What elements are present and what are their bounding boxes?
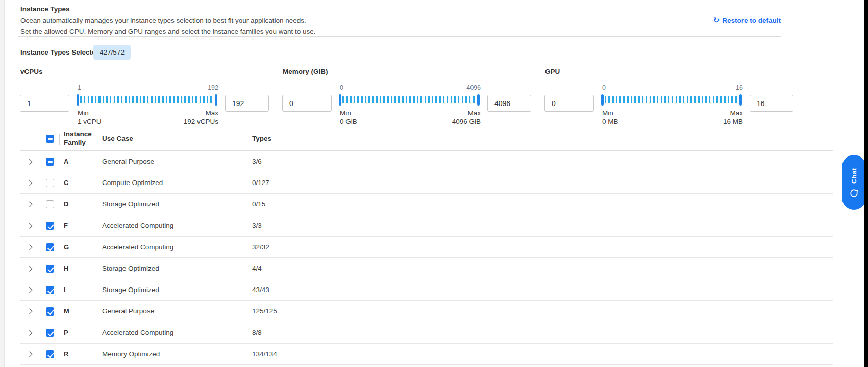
table-row[interactable]: R Memory Optimized 134/134 xyxy=(20,344,833,365)
use-case-cell: Memory Optimized xyxy=(102,350,160,358)
types-cell: 43/43 xyxy=(252,286,269,294)
instance-family-cell: D xyxy=(64,200,68,208)
chevron-right-icon[interactable] xyxy=(28,245,32,249)
chevron-right-icon[interactable] xyxy=(28,159,32,164)
row-checkbox[interactable] xyxy=(46,307,54,316)
use-case-cell: Accelerated Computing xyxy=(102,243,173,251)
memory-range-min-label: 0 xyxy=(340,84,343,91)
gpu-range-min-label: 0 xyxy=(602,84,606,91)
left-edge-gutter xyxy=(0,0,5,367)
memory-slider-min-handle[interactable] xyxy=(339,94,341,106)
table-row[interactable]: D Storage Optimized 0/15 xyxy=(20,194,833,215)
use-case-cell: Accelerated Computing xyxy=(102,222,173,229)
vcpus-slider-track[interactable] xyxy=(77,94,217,106)
chevron-right-icon[interactable] xyxy=(28,287,32,292)
table-row[interactable]: P Accelerated Computing 8/8 xyxy=(20,322,833,344)
restore-to-default-button[interactable]: ↻Restore to default xyxy=(713,16,781,25)
right-edge-strip xyxy=(864,0,868,367)
gpu-max-sub: 16 MB xyxy=(723,118,743,125)
chevron-right-icon[interactable] xyxy=(28,330,32,335)
row-checkbox[interactable] xyxy=(46,350,54,358)
memory-max-input[interactable] xyxy=(487,95,531,112)
types-cell: 8/8 xyxy=(252,329,262,336)
memory-label: Memory (GiB) xyxy=(283,68,328,75)
vcpus-max-input[interactable] xyxy=(225,95,269,112)
memory-max-sub: 4096 GiB xyxy=(452,118,481,125)
gpu-range-max-label: 16 xyxy=(736,84,743,91)
table-header: Instance Family Use Case Types xyxy=(20,128,833,151)
restore-label: Restore to default xyxy=(722,17,781,24)
use-case-cell: Storage Optimized xyxy=(102,200,159,208)
restore-icon: ↻ xyxy=(713,16,720,24)
column-header-instance-family: Instance Family xyxy=(64,130,95,147)
vcpus-min-caption: Min xyxy=(78,109,89,117)
instance-family-cell: G xyxy=(64,243,69,251)
row-checkbox[interactable] xyxy=(46,265,54,273)
select-all-checkbox[interactable] xyxy=(46,135,54,143)
instance-types-selected-label: Instance Types Selected: xyxy=(20,48,102,56)
types-cell: 32/32 xyxy=(252,243,269,251)
use-case-cell: General Purpose xyxy=(102,307,154,315)
column-separator xyxy=(59,134,60,145)
memory-slider-ticks xyxy=(342,96,476,103)
use-case-cell: Compute Optimized xyxy=(102,179,163,187)
gpu-slider-max-handle[interactable] xyxy=(739,94,742,106)
memory-range-max-label: 4096 xyxy=(466,84,481,91)
chevron-right-icon[interactable] xyxy=(28,180,32,185)
row-checkbox[interactable] xyxy=(46,222,54,230)
chevron-right-icon[interactable] xyxy=(28,223,32,228)
column-separator xyxy=(98,134,98,145)
gpu-min-input[interactable] xyxy=(544,95,594,112)
row-checkbox[interactable] xyxy=(46,286,54,294)
memory-min-sub: 0 GiB xyxy=(340,118,357,125)
vcpus-label: vCPUs xyxy=(20,68,43,75)
types-cell: 4/4 xyxy=(252,265,262,272)
vcpus-range-min-label: 1 xyxy=(78,84,81,91)
table-row[interactable]: A General Purpose 3/6 xyxy=(20,151,833,172)
row-checkbox[interactable] xyxy=(46,179,54,187)
table-row[interactable]: F Accelerated Computing 3/3 xyxy=(20,215,833,237)
table-row[interactable]: C Compute Optimized 0/127 xyxy=(20,172,833,194)
table-row[interactable]: M General Purpose 125/125 xyxy=(20,301,833,322)
gpu-min-sub: 0 MB xyxy=(602,118,618,125)
vcpus-slider-max-handle[interactable] xyxy=(215,94,217,106)
gpu-slider-min-handle[interactable] xyxy=(601,94,604,106)
chevron-right-icon[interactable] xyxy=(28,266,32,271)
selected-count-badge: 427/572 xyxy=(93,45,131,60)
row-checkbox[interactable] xyxy=(46,158,54,166)
chat-button[interactable]: Chat xyxy=(842,155,866,210)
types-cell: 125/125 xyxy=(252,307,277,315)
vcpus-max-caption: Max xyxy=(205,109,218,117)
gpu-max-input[interactable] xyxy=(750,95,793,112)
vcpus-slider-group: vCPUs 1 192 Min Max 1 vCPU 192 vCPUs xyxy=(18,65,281,126)
gpu-min-caption: Min xyxy=(602,109,613,117)
chevron-right-icon[interactable] xyxy=(28,309,32,313)
instance-types-panel: Instance Types Ocean automatically manag… xyxy=(0,0,868,367)
row-checkbox[interactable] xyxy=(46,200,54,208)
vcpus-slider-min-handle[interactable] xyxy=(77,94,79,106)
instance-family-cell: H xyxy=(64,265,68,272)
vcpus-range-max-label: 192 xyxy=(208,84,218,91)
table-row[interactable]: I Storage Optimized 43/43 xyxy=(20,279,833,301)
gpu-slider-track[interactable] xyxy=(601,94,742,106)
memory-slider-track[interactable] xyxy=(339,94,480,106)
memory-slider-max-handle[interactable] xyxy=(477,94,480,106)
types-cell: 3/6 xyxy=(252,158,262,165)
chevron-right-icon[interactable] xyxy=(28,202,32,206)
memory-slider-group: Memory (GiB) 0 4096 Min Max 0 GiB 4096 G… xyxy=(280,65,543,126)
instance-family-cell: C xyxy=(64,179,68,187)
memory-min-input[interactable] xyxy=(282,95,332,112)
row-checkbox[interactable] xyxy=(46,329,54,337)
row-checkbox[interactable] xyxy=(46,243,54,251)
memory-min-caption: Min xyxy=(340,109,351,117)
vcpus-min-input[interactable] xyxy=(20,95,69,112)
use-case-cell: Storage Optimized xyxy=(102,265,159,272)
chat-label: Chat xyxy=(850,168,858,184)
types-cell: 134/134 xyxy=(252,350,277,358)
chevron-right-icon[interactable] xyxy=(28,352,32,356)
table-row[interactable]: H Storage Optimized 4/4 xyxy=(20,258,833,279)
gpu-max-caption: Max xyxy=(730,109,743,117)
page-title: Instance Types xyxy=(20,5,70,13)
memory-max-caption: Max xyxy=(467,109,481,117)
table-row[interactable]: G Accelerated Computing 32/32 xyxy=(20,237,833,258)
